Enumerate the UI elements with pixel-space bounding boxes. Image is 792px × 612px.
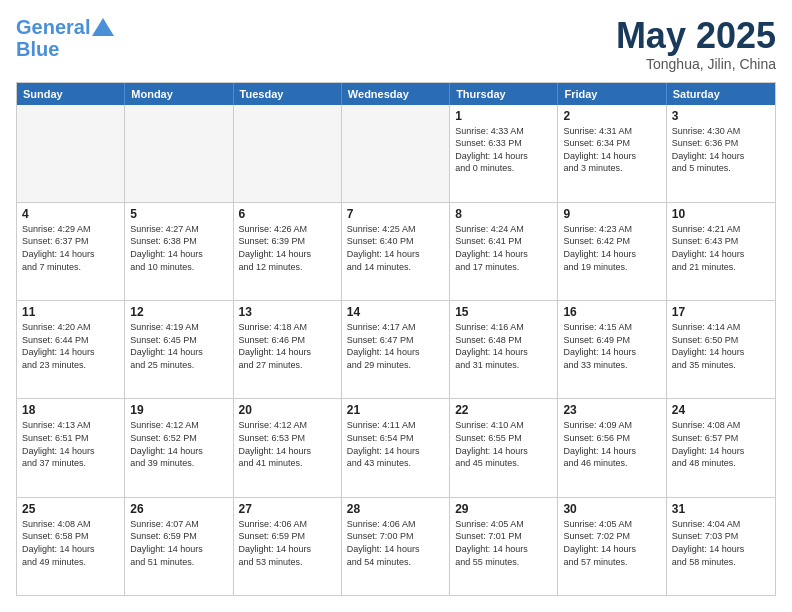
day-number: 10 bbox=[672, 207, 770, 221]
day-number: 20 bbox=[239, 403, 336, 417]
day-cell-7: 7Sunrise: 4:25 AM Sunset: 6:40 PM Daylig… bbox=[342, 203, 450, 300]
day-cell-5: 5Sunrise: 4:27 AM Sunset: 6:38 PM Daylig… bbox=[125, 203, 233, 300]
empty-cell bbox=[17, 105, 125, 202]
day-number: 13 bbox=[239, 305, 336, 319]
day-info: Sunrise: 4:20 AM Sunset: 6:44 PM Dayligh… bbox=[22, 321, 119, 371]
header-day-wednesday: Wednesday bbox=[342, 83, 450, 105]
calendar-week-2: 4Sunrise: 4:29 AM Sunset: 6:37 PM Daylig… bbox=[17, 203, 775, 301]
day-cell-22: 22Sunrise: 4:10 AM Sunset: 6:55 PM Dayli… bbox=[450, 399, 558, 496]
day-number: 17 bbox=[672, 305, 770, 319]
header: General Blue May 2025 Tonghua, Jilin, Ch… bbox=[16, 16, 776, 72]
calendar-week-1: 1Sunrise: 4:33 AM Sunset: 6:33 PM Daylig… bbox=[17, 105, 775, 203]
empty-cell bbox=[234, 105, 342, 202]
day-cell-17: 17Sunrise: 4:14 AM Sunset: 6:50 PM Dayli… bbox=[667, 301, 775, 398]
day-number: 29 bbox=[455, 502, 552, 516]
day-cell-13: 13Sunrise: 4:18 AM Sunset: 6:46 PM Dayli… bbox=[234, 301, 342, 398]
day-number: 1 bbox=[455, 109, 552, 123]
day-number: 23 bbox=[563, 403, 660, 417]
day-number: 18 bbox=[22, 403, 119, 417]
calendar-body: 1Sunrise: 4:33 AM Sunset: 6:33 PM Daylig… bbox=[17, 105, 775, 595]
day-cell-30: 30Sunrise: 4:05 AM Sunset: 7:02 PM Dayli… bbox=[558, 498, 666, 595]
day-cell-1: 1Sunrise: 4:33 AM Sunset: 6:33 PM Daylig… bbox=[450, 105, 558, 202]
day-cell-3: 3Sunrise: 4:30 AM Sunset: 6:36 PM Daylig… bbox=[667, 105, 775, 202]
header-day-monday: Monday bbox=[125, 83, 233, 105]
day-number: 8 bbox=[455, 207, 552, 221]
day-number: 9 bbox=[563, 207, 660, 221]
day-cell-20: 20Sunrise: 4:12 AM Sunset: 6:53 PM Dayli… bbox=[234, 399, 342, 496]
day-info: Sunrise: 4:12 AM Sunset: 6:53 PM Dayligh… bbox=[239, 419, 336, 469]
day-info: Sunrise: 4:33 AM Sunset: 6:33 PM Dayligh… bbox=[455, 125, 552, 175]
calendar-week-3: 11Sunrise: 4:20 AM Sunset: 6:44 PM Dayli… bbox=[17, 301, 775, 399]
day-number: 7 bbox=[347, 207, 444, 221]
day-number: 31 bbox=[672, 502, 770, 516]
day-cell-27: 27Sunrise: 4:06 AM Sunset: 6:59 PM Dayli… bbox=[234, 498, 342, 595]
day-cell-31: 31Sunrise: 4:04 AM Sunset: 7:03 PM Dayli… bbox=[667, 498, 775, 595]
day-cell-29: 29Sunrise: 4:05 AM Sunset: 7:01 PM Dayli… bbox=[450, 498, 558, 595]
day-number: 21 bbox=[347, 403, 444, 417]
calendar-header: SundayMondayTuesdayWednesdayThursdayFrid… bbox=[17, 83, 775, 105]
day-cell-28: 28Sunrise: 4:06 AM Sunset: 7:00 PM Dayli… bbox=[342, 498, 450, 595]
day-number: 5 bbox=[130, 207, 227, 221]
day-info: Sunrise: 4:14 AM Sunset: 6:50 PM Dayligh… bbox=[672, 321, 770, 371]
day-number: 15 bbox=[455, 305, 552, 319]
calendar: SundayMondayTuesdayWednesdayThursdayFrid… bbox=[16, 82, 776, 596]
day-number: 27 bbox=[239, 502, 336, 516]
day-info: Sunrise: 4:08 AM Sunset: 6:57 PM Dayligh… bbox=[672, 419, 770, 469]
logo-icon bbox=[92, 18, 114, 36]
day-number: 26 bbox=[130, 502, 227, 516]
day-info: Sunrise: 4:06 AM Sunset: 6:59 PM Dayligh… bbox=[239, 518, 336, 568]
calendar-week-4: 18Sunrise: 4:13 AM Sunset: 6:51 PM Dayli… bbox=[17, 399, 775, 497]
day-info: Sunrise: 4:31 AM Sunset: 6:34 PM Dayligh… bbox=[563, 125, 660, 175]
day-number: 16 bbox=[563, 305, 660, 319]
day-cell-24: 24Sunrise: 4:08 AM Sunset: 6:57 PM Dayli… bbox=[667, 399, 775, 496]
day-cell-15: 15Sunrise: 4:16 AM Sunset: 6:48 PM Dayli… bbox=[450, 301, 558, 398]
day-cell-25: 25Sunrise: 4:08 AM Sunset: 6:58 PM Dayli… bbox=[17, 498, 125, 595]
header-day-sunday: Sunday bbox=[17, 83, 125, 105]
day-info: Sunrise: 4:11 AM Sunset: 6:54 PM Dayligh… bbox=[347, 419, 444, 469]
day-cell-23: 23Sunrise: 4:09 AM Sunset: 6:56 PM Dayli… bbox=[558, 399, 666, 496]
day-info: Sunrise: 4:10 AM Sunset: 6:55 PM Dayligh… bbox=[455, 419, 552, 469]
day-info: Sunrise: 4:30 AM Sunset: 6:36 PM Dayligh… bbox=[672, 125, 770, 175]
logo-text: General bbox=[16, 16, 90, 38]
day-cell-4: 4Sunrise: 4:29 AM Sunset: 6:37 PM Daylig… bbox=[17, 203, 125, 300]
logo: General Blue bbox=[16, 16, 114, 60]
day-info: Sunrise: 4:05 AM Sunset: 7:01 PM Dayligh… bbox=[455, 518, 552, 568]
logo-text2: Blue bbox=[16, 38, 114, 60]
day-info: Sunrise: 4:19 AM Sunset: 6:45 PM Dayligh… bbox=[130, 321, 227, 371]
day-info: Sunrise: 4:07 AM Sunset: 6:59 PM Dayligh… bbox=[130, 518, 227, 568]
day-number: 3 bbox=[672, 109, 770, 123]
header-day-thursday: Thursday bbox=[450, 83, 558, 105]
day-info: Sunrise: 4:05 AM Sunset: 7:02 PM Dayligh… bbox=[563, 518, 660, 568]
day-cell-2: 2Sunrise: 4:31 AM Sunset: 6:34 PM Daylig… bbox=[558, 105, 666, 202]
day-info: Sunrise: 4:15 AM Sunset: 6:49 PM Dayligh… bbox=[563, 321, 660, 371]
subtitle: Tonghua, Jilin, China bbox=[616, 56, 776, 72]
day-cell-6: 6Sunrise: 4:26 AM Sunset: 6:39 PM Daylig… bbox=[234, 203, 342, 300]
day-number: 22 bbox=[455, 403, 552, 417]
main-title: May 2025 bbox=[616, 16, 776, 56]
header-day-friday: Friday bbox=[558, 83, 666, 105]
day-number: 12 bbox=[130, 305, 227, 319]
day-info: Sunrise: 4:12 AM Sunset: 6:52 PM Dayligh… bbox=[130, 419, 227, 469]
day-info: Sunrise: 4:23 AM Sunset: 6:42 PM Dayligh… bbox=[563, 223, 660, 273]
day-info: Sunrise: 4:25 AM Sunset: 6:40 PM Dayligh… bbox=[347, 223, 444, 273]
day-number: 28 bbox=[347, 502, 444, 516]
day-cell-21: 21Sunrise: 4:11 AM Sunset: 6:54 PM Dayli… bbox=[342, 399, 450, 496]
day-info: Sunrise: 4:16 AM Sunset: 6:48 PM Dayligh… bbox=[455, 321, 552, 371]
empty-cell bbox=[342, 105, 450, 202]
day-cell-16: 16Sunrise: 4:15 AM Sunset: 6:49 PM Dayli… bbox=[558, 301, 666, 398]
day-info: Sunrise: 4:26 AM Sunset: 6:39 PM Dayligh… bbox=[239, 223, 336, 273]
day-info: Sunrise: 4:27 AM Sunset: 6:38 PM Dayligh… bbox=[130, 223, 227, 273]
day-number: 25 bbox=[22, 502, 119, 516]
day-number: 30 bbox=[563, 502, 660, 516]
day-info: Sunrise: 4:18 AM Sunset: 6:46 PM Dayligh… bbox=[239, 321, 336, 371]
day-cell-14: 14Sunrise: 4:17 AM Sunset: 6:47 PM Dayli… bbox=[342, 301, 450, 398]
calendar-week-5: 25Sunrise: 4:08 AM Sunset: 6:58 PM Dayli… bbox=[17, 498, 775, 595]
day-info: Sunrise: 4:21 AM Sunset: 6:43 PM Dayligh… bbox=[672, 223, 770, 273]
day-cell-8: 8Sunrise: 4:24 AM Sunset: 6:41 PM Daylig… bbox=[450, 203, 558, 300]
day-info: Sunrise: 4:17 AM Sunset: 6:47 PM Dayligh… bbox=[347, 321, 444, 371]
empty-cell bbox=[125, 105, 233, 202]
day-info: Sunrise: 4:13 AM Sunset: 6:51 PM Dayligh… bbox=[22, 419, 119, 469]
day-cell-9: 9Sunrise: 4:23 AM Sunset: 6:42 PM Daylig… bbox=[558, 203, 666, 300]
day-cell-12: 12Sunrise: 4:19 AM Sunset: 6:45 PM Dayli… bbox=[125, 301, 233, 398]
day-number: 4 bbox=[22, 207, 119, 221]
